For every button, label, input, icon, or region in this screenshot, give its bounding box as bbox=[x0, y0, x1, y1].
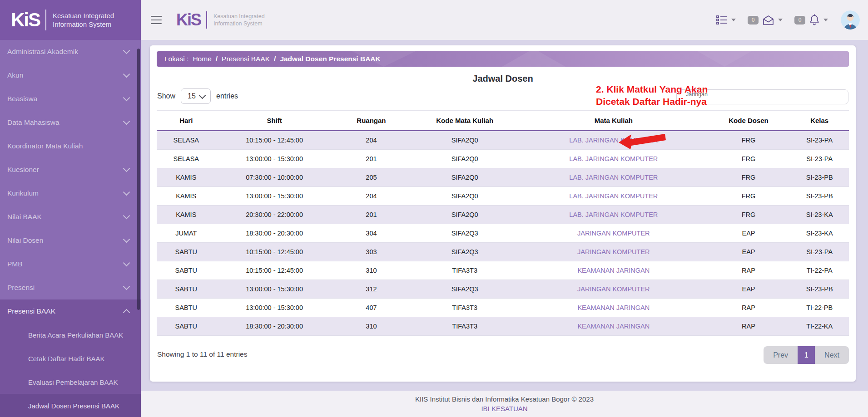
breadcrumb-section-link[interactable]: Presensi BAAK bbox=[222, 55, 270, 63]
table-cell: KEAMANAN JARINGAN bbox=[520, 261, 707, 280]
table-row: KAMIS13:00:00 - 15:30:00204SIFA2Q0LAB. J… bbox=[157, 187, 849, 206]
table-cell: RAP bbox=[707, 317, 790, 336]
sidebar-item-label: Kurikulum bbox=[7, 189, 39, 197]
next-page-button[interactable]: Next bbox=[815, 346, 849, 364]
topbar-brand[interactable]: KiS Kesatuan Integrated Information Syst… bbox=[176, 11, 265, 29]
sidebar-item[interactable]: Jadwal Dosen Presensi BAAK bbox=[0, 394, 141, 417]
current-page-button[interactable]: 1 bbox=[798, 346, 815, 364]
main-card: Lokasi : Home / Presensi BAAK / Jadwal D… bbox=[150, 45, 856, 382]
mata-kuliah-link[interactable]: LAB. JARINGAN KOMPUTER bbox=[569, 192, 658, 200]
table-cell: 201 bbox=[333, 150, 410, 168]
mata-kuliah-link[interactable]: KEAMANAN JARINGAN bbox=[577, 267, 650, 274]
sidebar-item[interactable]: Kurikulum bbox=[0, 182, 141, 205]
table-row: SELASA10:15:00 - 12:45:00204SIFA2Q0LAB. … bbox=[157, 131, 849, 150]
table-cell: KEAMANAN JARINGAN bbox=[520, 299, 707, 317]
table-cell: KAMIS bbox=[157, 187, 216, 206]
chevron-down-icon bbox=[123, 118, 130, 125]
table-row: JUMAT18:30:00 - 20:30:00304SIFA2Q3JARING… bbox=[157, 224, 849, 243]
sidebar-item[interactable]: Koordinator Mata Kuliah bbox=[0, 134, 141, 158]
mata-kuliah-link[interactable]: LAB. JARINGAN KOMPUTER bbox=[569, 155, 658, 162]
table-cell: SIFA2Q0 bbox=[409, 206, 520, 224]
sidebar-item-label: Nilai Dosen bbox=[7, 236, 43, 245]
table-cell: RAP bbox=[707, 261, 790, 280]
table-cell: RAP bbox=[707, 299, 790, 317]
mata-kuliah-link[interactable]: LAB. JARINGAN KOMPUTER bbox=[569, 174, 658, 181]
column-header: Mata Kuliah bbox=[520, 111, 707, 131]
sidebar-item[interactable]: Akun bbox=[0, 64, 141, 87]
column-header: Ruangan bbox=[333, 111, 410, 131]
sidebar-item[interactable]: Beasiswa bbox=[0, 87, 141, 111]
breadcrumb-pattern bbox=[502, 51, 565, 67]
sidebar-scrollbar[interactable] bbox=[137, 49, 140, 310]
brand-name: Kesatuan Integrated Information System bbox=[213, 13, 265, 27]
table-cell: SI-23-PB bbox=[790, 187, 849, 206]
table-cell: 204 bbox=[333, 187, 410, 206]
sidebar-item[interactable]: Evaluasi Pembelajaran BAAK bbox=[0, 370, 141, 394]
breadcrumb-home-link[interactable]: Home bbox=[193, 55, 211, 63]
task-list-menu[interactable] bbox=[716, 15, 736, 25]
table-cell: SIFA2Q0 bbox=[409, 150, 520, 168]
table-cell: KAMIS bbox=[157, 168, 216, 187]
mata-kuliah-link[interactable]: JARINGAN KOMPUTER bbox=[577, 248, 650, 255]
mata-kuliah-link[interactable]: LAB. JARINGAN KOMPUTER bbox=[569, 211, 658, 218]
table-cell: SI-23-KA bbox=[790, 206, 849, 224]
table-cell: LAB. JARINGAN KOMPUTER bbox=[520, 150, 707, 168]
column-header: Hari bbox=[157, 111, 216, 131]
table-cell: TIFA3T3 bbox=[409, 317, 520, 336]
mata-kuliah-link[interactable]: KEAMANAN JARINGAN bbox=[577, 304, 650, 311]
mata-kuliah-link[interactable]: JARINGAN KOMPUTER bbox=[577, 230, 650, 237]
table-row: KAMIS07:30:00 - 10:00:00205SIFA2Q0LAB. J… bbox=[157, 168, 849, 187]
annotation-text: 2. Klik Matkul Yang Akan Dicetak Daftar … bbox=[596, 83, 708, 108]
user-avatar[interactable] bbox=[841, 10, 860, 29]
messages-menu[interactable]: 0 bbox=[748, 15, 783, 25]
sidebar-item[interactable]: Nilai Dosen bbox=[0, 229, 141, 252]
table-cell: 201 bbox=[333, 206, 410, 224]
hamburger-icon[interactable] bbox=[151, 16, 162, 24]
brand-logo: KiS bbox=[11, 10, 40, 29]
table-cell: 13:00:00 - 15:30:00 bbox=[216, 187, 333, 206]
sidebar-item-label: Presensi BAAK bbox=[7, 307, 55, 315]
sidebar: KiS Kesatuan Integrated Information Syst… bbox=[0, 0, 141, 417]
page-size-value: 15 bbox=[188, 92, 196, 100]
sidebar-item[interactable]: Cetak Daftar Hadir BAAK bbox=[0, 347, 141, 370]
footer-ibi-link[interactable]: IBI KESATUAN bbox=[481, 405, 527, 412]
pagination: Prev 1 Next bbox=[764, 346, 849, 364]
mata-kuliah-link[interactable]: KEAMANAN JARINGAN bbox=[577, 323, 650, 330]
mata-kuliah-link[interactable]: LAB. JARINGAN KOMPUTER bbox=[569, 137, 658, 144]
sidebar-item[interactable]: Presensi BAAK bbox=[0, 299, 141, 323]
sidebar-item[interactable]: Data Mahasiswa bbox=[0, 111, 141, 134]
mata-kuliah-link[interactable]: JARINGAN KOMPUTER bbox=[577, 285, 650, 293]
table-cell: SIFA2Q0 bbox=[409, 187, 520, 206]
table-row: SABTU18:30:00 - 20:30:00310TIFA3T3KEAMAN… bbox=[157, 317, 849, 336]
table-row: SABTU10:15:00 - 12:45:00303SIFA2Q3JARING… bbox=[157, 243, 849, 261]
sidebar-item[interactable]: Berita Acara Perkuliahan BAAK bbox=[0, 323, 141, 347]
sidebar-item-label: Koordinator Mata Kuliah bbox=[7, 142, 83, 150]
sidebar-brand[interactable]: KiS Kesatuan Integrated Information Syst… bbox=[0, 0, 141, 40]
table-cell: TIFA3T3 bbox=[409, 299, 520, 317]
sidebar-item[interactable]: PMB bbox=[0, 252, 141, 276]
footer-copyright: KIIS Institut Bisnis dan Informatika Kes… bbox=[141, 391, 868, 403]
sidebar-item[interactable]: Administrasi Akademik bbox=[0, 40, 141, 64]
sidebar-item[interactable]: Nilai BAAK bbox=[0, 205, 141, 229]
brand-divider bbox=[206, 11, 207, 29]
page-size-select[interactable]: 15 bbox=[181, 88, 211, 104]
table-cell: 310 bbox=[333, 261, 410, 280]
table-cell: 18:30:00 - 20:30:00 bbox=[216, 317, 333, 336]
prev-page-button[interactable]: Prev bbox=[764, 346, 798, 364]
sidebar-item[interactable]: Presensi bbox=[0, 276, 141, 299]
table-cell: SI-23-PA bbox=[790, 131, 849, 150]
sidebar-item[interactable]: Kuesioner bbox=[0, 158, 141, 182]
table-cell: SIFA2Q0 bbox=[409, 168, 520, 187]
table-cell: SI-23-KA bbox=[790, 224, 849, 243]
table-cell: EAP bbox=[707, 280, 790, 299]
schedule-table-wrapper: HariShiftRuanganKode Mata KuliahMata Kul… bbox=[157, 110, 849, 336]
table-cell: LAB. JARINGAN KOMPUTER bbox=[520, 187, 707, 206]
table-cell: 18:30:00 - 20:30:00 bbox=[216, 224, 333, 243]
table-cell: TIFA3T3 bbox=[409, 261, 520, 280]
notifications-menu[interactable]: 0 bbox=[794, 14, 828, 26]
sidebar-item-label: Administrasi Akademik bbox=[7, 48, 78, 56]
table-cell: TI-22-PA bbox=[790, 261, 849, 280]
table-cell: 13:00:00 - 15:30:00 bbox=[216, 150, 333, 168]
table-cell: LAB. JARINGAN KOMPUTER bbox=[520, 206, 707, 224]
chevron-down-icon bbox=[731, 19, 736, 21]
